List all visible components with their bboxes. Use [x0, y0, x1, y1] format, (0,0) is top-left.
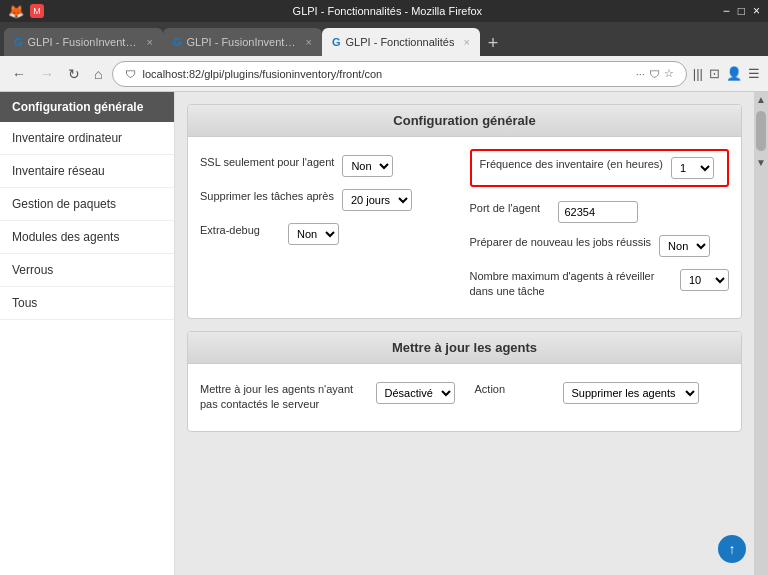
- config-grid: SSL seulement pour l'agent Non Oui Suppr…: [200, 149, 729, 306]
- nombre-label: Nombre maximum d'agents à réveiller dans…: [470, 269, 673, 300]
- tab-2-favicon: G: [173, 36, 182, 48]
- close-btn[interactable]: ×: [753, 4, 760, 18]
- tab-2-label: GLPI - FusionInventory: [187, 36, 297, 48]
- scroll-up-btn[interactable]: ▲: [754, 92, 768, 107]
- back-button[interactable]: ←: [8, 64, 30, 84]
- more-icon[interactable]: ···: [636, 68, 645, 80]
- preparer-select[interactable]: Non Oui: [659, 235, 710, 257]
- main-content: Configuration générale SSL seulement pou…: [175, 92, 754, 575]
- ssl-select[interactable]: Non Oui: [342, 155, 393, 177]
- frequence-label: Fréquence des inventaire (en heures): [480, 157, 663, 172]
- titlebar-title: GLPI - Fonctionnalités - Mozilla Firefox: [52, 5, 723, 17]
- sidebar-item-inventaire-reseau[interactable]: Inventaire réseau: [0, 155, 174, 188]
- frequence-inner: Fréquence des inventaire (en heures) 1 2…: [480, 157, 714, 179]
- action-row: Action Supprimer les agents Désactiver l…: [475, 376, 730, 410]
- supprimer-row: Supprimer les tâches après 20 jours 5 jo…: [200, 183, 460, 217]
- nombre-control: 10 5 20 50 100: [680, 269, 729, 291]
- address-icons: ··· 🛡 ☆: [636, 67, 674, 80]
- menu-bar-icons: ||| ⊡ 👤 ☰: [693, 66, 760, 81]
- lock-icon: 🛡: [125, 68, 136, 80]
- ssl-row: SSL seulement pour l'agent Non Oui: [200, 149, 460, 183]
- back-to-top-button[interactable]: ↑: [718, 535, 746, 563]
- minimize-btn[interactable]: −: [723, 4, 730, 18]
- preparer-row: Préparer de nouveau les jobs réussis Non…: [470, 229, 730, 263]
- sidebar-header: Configuration générale: [0, 92, 174, 122]
- home-button[interactable]: ⌂: [90, 64, 106, 84]
- profile-icon[interactable]: 👤: [726, 66, 742, 81]
- tab-1-label: GLPI - FusionInventory: [28, 36, 138, 48]
- frequence-control: 1 2 4 8 12 24: [671, 157, 714, 179]
- config-right-col: Fréquence des inventaire (en heures) 1 2…: [470, 149, 730, 306]
- tab-bar: G GLPI - FusionInventory × G GLPI - Fusi…: [0, 22, 768, 56]
- scrollbar[interactable]: ▲ ▼: [754, 92, 768, 575]
- scroll-thumb[interactable]: [756, 111, 766, 151]
- config-section-title: Configuration générale: [188, 105, 741, 137]
- update-section: Mettre à jour les agents Mettre à jour l…: [187, 331, 742, 432]
- url-display: localhost:82/glpi/plugins/fusioninventor…: [142, 68, 629, 80]
- tab-2-close[interactable]: ×: [306, 36, 312, 48]
- update-section-body: Mettre à jour les agents n'ayant pas con…: [188, 364, 741, 431]
- address-input-container[interactable]: 🛡 localhost:82/glpi/plugins/fusioninvent…: [112, 61, 686, 87]
- tab-1-close[interactable]: ×: [147, 36, 153, 48]
- ssl-control: Non Oui: [342, 155, 393, 177]
- reload-button[interactable]: ↻: [64, 64, 84, 84]
- port-input[interactable]: 62354: [558, 201, 638, 223]
- port-label: Port de l'agent: [470, 201, 550, 216]
- supprimer-label: Supprimer les tâches après: [200, 189, 334, 204]
- tab-3-favicon: G: [332, 36, 341, 48]
- action-label: Action: [475, 382, 555, 397]
- new-tab-button[interactable]: +: [480, 33, 507, 54]
- page-content: Configuration générale Inventaire ordina…: [0, 92, 768, 575]
- frequence-row: Fréquence des inventaire (en heures) 1 2…: [470, 149, 730, 187]
- forward-button[interactable]: →: [36, 64, 58, 84]
- tab-1[interactable]: G GLPI - FusionInventory ×: [4, 28, 163, 56]
- sidebar-item-inventaire-ordinateur[interactable]: Inventaire ordinateur: [0, 122, 174, 155]
- history-icon[interactable]: ⊡: [709, 66, 720, 81]
- extradebug-select[interactable]: Non Oui: [288, 223, 339, 245]
- update-agents-select[interactable]: Désactivé Activé: [376, 382, 455, 404]
- titlebar-controls: − □ ×: [723, 4, 760, 18]
- update-agents-row: Mettre à jour les agents n'ayant pas con…: [200, 376, 455, 419]
- config-section-body: SSL seulement pour l'agent Non Oui Suppr…: [188, 137, 741, 318]
- titlebar-icons: 🦊 M: [8, 4, 44, 19]
- scroll-down-btn[interactable]: ▼: [754, 155, 768, 170]
- tab-2[interactable]: G GLPI - FusionInventory ×: [163, 28, 322, 56]
- bookmark-icon[interactable]: ☆: [664, 67, 674, 80]
- preparer-label: Préparer de nouveau les jobs réussis: [470, 235, 652, 250]
- config-section: Configuration générale SSL seulement pou…: [187, 104, 742, 319]
- mozilla-icon: M: [30, 4, 44, 18]
- nombre-select[interactable]: 10 5 20 50 100: [680, 269, 729, 291]
- ssl-label: SSL seulement pour l'agent: [200, 155, 334, 170]
- action-control: Supprimer les agents Désactiver les agen…: [563, 382, 699, 404]
- tab-3-close[interactable]: ×: [463, 36, 469, 48]
- arrow-up-icon: ↑: [729, 541, 736, 557]
- sidebar-item-verrous[interactable]: Verrous: [0, 254, 174, 287]
- extradebug-row: Extra-debug Non Oui: [200, 217, 460, 251]
- sidebar-item-gestion-paquets[interactable]: Gestion de paquets: [0, 188, 174, 221]
- supprimer-select[interactable]: 20 jours 5 jours 10 jours 30 jours: [342, 189, 412, 211]
- update-agents-control: Désactivé Activé: [376, 382, 455, 404]
- titlebar: 🦊 M GLPI - Fonctionnalités - Mozilla Fir…: [0, 0, 768, 22]
- tab-3-label: GLPI - Fonctionnalités: [346, 36, 455, 48]
- sidebar: Configuration générale Inventaire ordina…: [0, 92, 175, 575]
- tab-1-favicon: G: [14, 36, 23, 48]
- shield-icon: 🛡: [649, 68, 660, 80]
- tab-3[interactable]: G GLPI - Fonctionnalités ×: [322, 28, 480, 56]
- port-control: 62354: [558, 201, 638, 223]
- firefox-icon: 🦊: [8, 4, 24, 19]
- sidebar-item-tous[interactable]: Tous: [0, 287, 174, 320]
- extradebug-label: Extra-debug: [200, 223, 280, 238]
- config-left-col: SSL seulement pour l'agent Non Oui Suppr…: [200, 149, 460, 306]
- maximize-btn[interactable]: □: [738, 4, 745, 18]
- address-bar: ← → ↻ ⌂ 🛡 localhost:82/glpi/plugins/fusi…: [0, 56, 768, 92]
- update-section-title: Mettre à jour les agents: [188, 332, 741, 364]
- supprimer-control: 20 jours 5 jours 10 jours 30 jours: [342, 189, 412, 211]
- bookmarks-icon[interactable]: |||: [693, 66, 703, 81]
- hamburger-icon[interactable]: ☰: [748, 66, 760, 81]
- extradebug-control: Non Oui: [288, 223, 339, 245]
- action-select[interactable]: Supprimer les agents Désactiver les agen…: [563, 382, 699, 404]
- sidebar-item-modules-agents[interactable]: Modules des agents: [0, 221, 174, 254]
- update-row: Mettre à jour les agents n'ayant pas con…: [200, 376, 729, 419]
- update-agents-label: Mettre à jour les agents n'ayant pas con…: [200, 382, 368, 413]
- frequence-select[interactable]: 1 2 4 8 12 24: [671, 157, 714, 179]
